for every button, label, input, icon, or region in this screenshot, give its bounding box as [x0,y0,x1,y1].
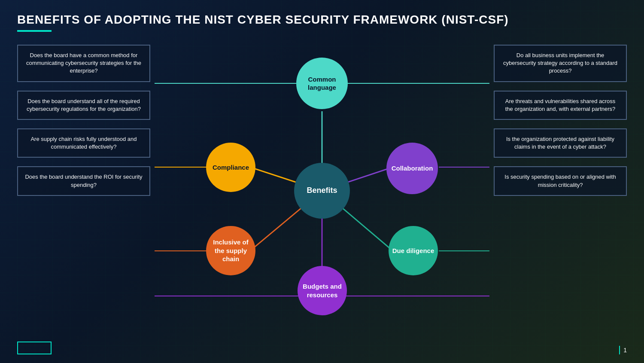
diagram-area: Does the board have a common method for … [17,40,627,341]
page-number: 1 [623,347,627,354]
circle-supply-chain: Inclusive of the supply chain [206,226,255,275]
left-info-boxes: Does the board have a common method for … [17,45,150,196]
left-box-3: Are supply chain risks fully understood … [17,128,150,158]
left-box-4: Does the board understand the ROI for se… [17,166,150,195]
logo-box [17,342,52,354]
left-box-2: Does the board understand all of the req… [17,91,150,120]
right-info-boxes: Do all business units implement the cybe… [494,45,627,196]
right-box-1: Do all business units implement the cybe… [494,45,627,82]
page-number-area: 1 [619,346,627,354]
circle-benefits: Benefits [294,163,350,219]
circle-due-diligence: Due diligence [389,226,438,275]
page-title: BENEFITS OF ADOPTING THE NIST CYBER SECU… [17,13,627,27]
title-underline [17,30,52,32]
right-box-3: Is the organization protected against li… [494,128,627,158]
main-content: BENEFITS OF ADOPTING THE NIST CYBER SECU… [0,0,644,363]
circle-collaboration: Collaboration [386,143,438,194]
circle-compliance: Compliance [206,143,255,192]
circle-budgets: Budgets and resources [298,266,347,315]
right-box-4: Is security spending based on or aligned… [494,166,627,195]
circles-area: Benefits Common language Compliance Coll… [155,40,489,341]
circle-common-language: Common language [296,58,348,109]
page-divider [619,346,620,354]
right-box-2: Are threats and vulnerabilities shared a… [494,91,627,120]
left-box-1: Does the board have a common method for … [17,45,150,82]
